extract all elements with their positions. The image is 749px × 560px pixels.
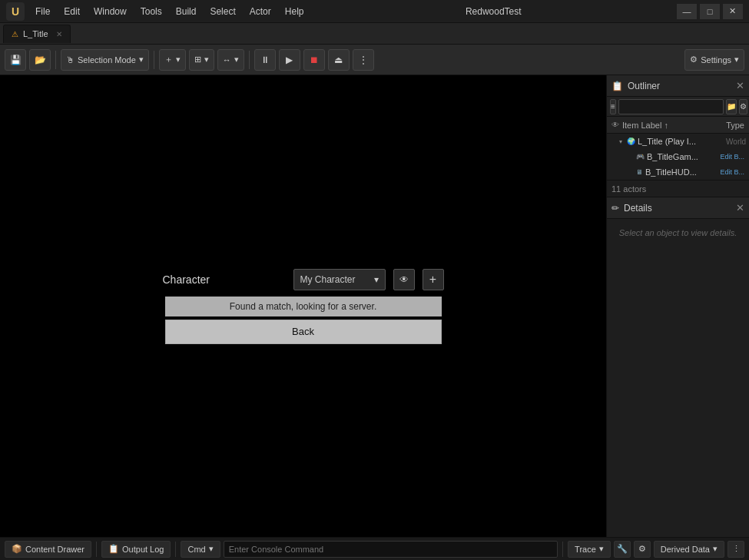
save-button[interactable]: 💾 [5, 49, 26, 71]
character-dropdown[interactable]: My Character ▾ [293, 269, 386, 290]
outliner-search-input[interactable] [618, 99, 724, 114]
cmd-button[interactable]: Cmd ▾ [181, 541, 220, 558]
snap-icon: ⊞ [194, 55, 201, 65]
menu-tools[interactable]: Tools [134, 5, 168, 18]
details-title-text: Details [624, 203, 652, 214]
right-panel: 📋 Outliner ✕ ≡ 📁 ⚙ 👁 Item Label ↑ Type ▾ [606, 75, 749, 537]
derived-data-dropdown-icon: ▾ [713, 544, 718, 554]
item-label-col[interactable]: Item Label ↑ [622, 121, 723, 130]
status-separator-3 [562, 542, 563, 557]
open-button[interactable]: 📂 [29, 49, 51, 71]
console-input[interactable] [224, 541, 558, 558]
window-controls: — □ ✕ [677, 4, 743, 19]
status-text-bar: Found a match, looking for a server. [165, 297, 442, 316]
outliner-create-button[interactable]: 📁 [726, 99, 737, 114]
cmd-label: Cmd [187, 545, 205, 554]
settings2-icon-button[interactable]: ⚙ [634, 541, 651, 558]
tree-item-world[interactable]: ▾ 🌍 L_Title (Play I... World [607, 134, 749, 149]
output-log-icon: 📋 [108, 544, 119, 554]
character-label: Character [163, 273, 286, 286]
perf-icon-button[interactable]: 🔧 [614, 541, 631, 558]
menu-file[interactable]: File [29, 5, 56, 18]
details-title: ✏ Details [611, 203, 652, 214]
back-button[interactable]: Back [165, 320, 442, 344]
menu-help[interactable]: Help [279, 5, 310, 18]
tree-item-titlegam[interactable]: 🎮 B_TitleGam... Edit B... [607, 149, 749, 164]
trace-button[interactable]: Trace ▾ [568, 541, 611, 558]
tab-label: L_Title [23, 29, 48, 38]
menu-window[interactable]: Window [88, 5, 133, 18]
selection-mode-label: Selection Mode [78, 55, 136, 65]
character-row: Character My Character ▾ 👁 + [163, 269, 444, 290]
character-value: My Character [300, 274, 371, 285]
character-add-button[interactable]: + [423, 269, 444, 290]
stop-button[interactable]: ⏹ [303, 49, 325, 71]
selection-mode-dropdown-icon: ▾ [139, 55, 144, 65]
character-eye-button[interactable]: 👁 [393, 269, 415, 290]
content-drawer-label: Content Drawer [25, 545, 85, 554]
snap-dropdown-button[interactable]: ⊞ ▾ [189, 49, 214, 71]
details-close-button[interactable]: ✕ [736, 202, 744, 214]
close-button[interactable]: ✕ [723, 4, 743, 19]
main-layout: Character My Character ▾ 👁 + Found a mat… [0, 75, 749, 537]
outliner-filter-button[interactable]: ≡ [610, 99, 616, 114]
tab-bar: ⚠ L_Title ✕ [0, 23, 749, 45]
titlehud-edit-button[interactable]: Edit B... [718, 168, 746, 176]
output-log-button[interactable]: 📋 Output Log [101, 541, 171, 558]
tree-item-titlehud[interactable]: 🖥 B_TitleHUD... Edit B... [607, 164, 749, 180]
details-placeholder: Select an object to view details. [607, 219, 749, 247]
menu-select[interactable]: Select [204, 5, 241, 18]
output-log-label: Output Log [122, 545, 164, 554]
selection-mode-button[interactable]: 🖱 Selection Mode ▾ [61, 49, 149, 71]
add-dropdown-button[interactable]: ＋ ▾ [159, 49, 186, 71]
actors-count-text: 11 actors [611, 184, 646, 194]
visibility-col-icon: 👁 [611, 121, 619, 129]
outliner-header: 📋 Outliner ✕ [607, 75, 749, 97]
settings-button[interactable]: ⚙ Settings ▾ [684, 49, 744, 71]
status-right: Trace ▾ 🔧 ⚙ Derived Data ▾ ⋮ [568, 541, 744, 558]
minimize-button[interactable]: — [677, 4, 697, 19]
maximize-button[interactable]: □ [700, 4, 720, 19]
outliner-close-button[interactable]: ✕ [736, 80, 744, 91]
type-col: Type [726, 121, 744, 130]
toolbar: 💾 📂 🖱 Selection Mode ▾ ＋ ▾ ⊞ ▾ ↔ ▾ ⏸ ▶ ⏹… [0, 45, 749, 75]
eye-icon: 👁 [399, 274, 409, 285]
outliner-settings-button[interactable]: ⚙ [739, 99, 747, 114]
transform-dropdown-button[interactable]: ↔ ▾ [217, 49, 244, 71]
outliner-title: 📋 Outliner [611, 81, 660, 91]
more-status-button[interactable]: ⋮ [727, 541, 744, 558]
selection-mode-icon: 🖱 [66, 55, 75, 65]
status-text: Found a match, looking for a server. [230, 301, 376, 312]
active-tab[interactable]: ⚠ L_Title ✕ [3, 25, 71, 43]
status-bar: 📦 Content Drawer 📋 Output Log Cmd ▾ Trac… [0, 537, 749, 560]
menu-actor[interactable]: Actor [244, 5, 277, 18]
play-button[interactable]: ▶ [279, 49, 300, 71]
expand-arrow[interactable]: ▾ [619, 138, 627, 145]
details-icon: ✏ [611, 203, 619, 214]
transform-dropdown-icon: ▾ [234, 55, 239, 65]
trace-label: Trace [575, 545, 596, 554]
details-header: ✏ Details ✕ [607, 197, 749, 219]
settings-icon: ⚙ [690, 55, 698, 65]
menu-edit[interactable]: Edit [58, 5, 86, 18]
more-options-button[interactable]: ⋮ [353, 49, 374, 71]
content-drawer-button[interactable]: 📦 Content Drawer [5, 541, 91, 558]
viewport[interactable]: Character My Character ▾ 👁 + Found a mat… [0, 75, 606, 537]
titlegam-label: B_TitleGam... [647, 152, 718, 161]
world-label: L_Title (Play I... [638, 137, 726, 146]
eject-button[interactable]: ⏏ [328, 49, 350, 71]
add-dropdown-icon: ▾ [176, 55, 181, 65]
title-bar-left: U File Edit Window Tools Build Select Ac… [6, 2, 310, 21]
tab-close-icon[interactable]: ✕ [56, 30, 62, 38]
derived-data-button[interactable]: Derived Data ▾ [654, 541, 724, 558]
titlegam-edit-button[interactable]: Edit B... [718, 153, 746, 161]
details-panel: ✏ Details ✕ Select an object to view det… [607, 197, 749, 537]
menu-build[interactable]: Build [170, 5, 203, 18]
outliner-icon: 📋 [611, 81, 623, 91]
toolbar-separator-1 [55, 51, 56, 69]
actors-count: 11 actors [607, 180, 749, 197]
world-type: World [726, 138, 746, 146]
outliner-toolbar: ≡ 📁 ⚙ [607, 97, 749, 117]
pause-button[interactable]: ⏸ [254, 49, 276, 71]
outliner-col-header: 👁 Item Label ↑ Type [607, 117, 749, 134]
